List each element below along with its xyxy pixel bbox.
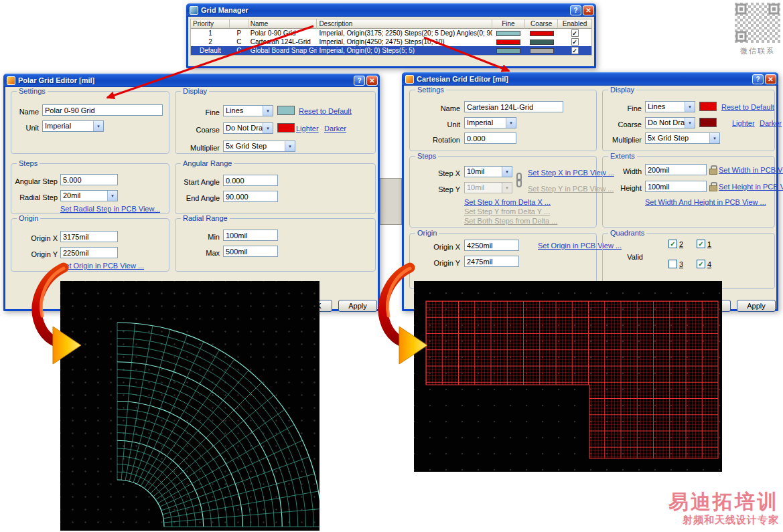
name-input[interactable] (42, 104, 163, 116)
column-header-description[interactable]: Description (317, 19, 492, 29)
fine-select[interactable]: Lines (645, 101, 695, 112)
set-step-y-from-delta-link[interactable]: Set Step Y from Delta Y ... (464, 207, 550, 215)
lock-width-icon[interactable] (709, 165, 716, 174)
apply-button[interactable]: Apply (338, 300, 377, 312)
display-group-label: Display (608, 86, 636, 94)
chevron-down-icon[interactable] (685, 118, 695, 128)
darker-link[interactable]: Darker (760, 119, 782, 127)
chevron-down-icon[interactable] (285, 141, 295, 151)
grid-manager-titlebar[interactable]: Grid Manager ? ✕ (186, 3, 596, 17)
chevron-down-icon[interactable] (502, 167, 512, 177)
coarse-select[interactable]: Do Not Draw (645, 117, 695, 128)
set-width-height-link[interactable]: Set Width And Height in PCB View ... (645, 198, 766, 206)
origin-x-input[interactable] (60, 231, 118, 242)
column-header-coarse[interactable]: Coarse (525, 19, 558, 29)
width-input[interactable] (645, 164, 707, 175)
step-y-select[interactable]: 10mil (464, 182, 512, 193)
column-header-kind[interactable] (230, 19, 248, 29)
quadrant-1-checkbox[interactable]: ✓ (697, 240, 705, 248)
origin-y-input[interactable] (464, 256, 519, 267)
fine-color-swatch[interactable] (277, 106, 295, 115)
origin-y-input[interactable] (60, 247, 118, 258)
polar-grid-pcb-view (60, 281, 319, 531)
help-button[interactable]: ? (354, 76, 365, 86)
unit-select[interactable]: Imperial (464, 117, 516, 128)
enabled-checkbox[interactable]: ✓ (571, 38, 579, 46)
coarse-color-swatch[interactable] (530, 31, 554, 36)
column-header-priority[interactable]: Priority (191, 19, 230, 29)
column-header-enabled[interactable]: Enabled (558, 19, 591, 29)
origin-x-label: Origin X (412, 242, 460, 253)
name-label: Name (412, 103, 460, 114)
set-radial-step-link[interactable]: Set Radial Step in PCB View... (60, 205, 160, 213)
fine-color-swatch[interactable] (496, 39, 520, 45)
rotation-input[interactable] (464, 132, 516, 144)
coarse-color-swatch[interactable] (699, 118, 717, 127)
chevron-down-icon[interactable] (93, 121, 103, 131)
start-angle-input[interactable] (223, 175, 278, 186)
cell-enabled: ✓ (558, 29, 591, 37)
origin-x-input[interactable] (464, 240, 519, 251)
radial-step-select[interactable]: 20mil (60, 190, 118, 201)
min-input[interactable] (223, 230, 278, 241)
max-input[interactable] (223, 246, 278, 257)
height-input[interactable] (645, 181, 707, 192)
link-steps-chain-icon[interactable] (515, 166, 523, 194)
help-button[interactable]: ? (570, 5, 581, 15)
fine-color-swatch[interactable] (699, 102, 717, 111)
coarse-color-swatch[interactable] (277, 123, 295, 132)
chevron-down-icon[interactable] (685, 102, 695, 112)
set-height-link[interactable]: Set Height in PCB View ... (719, 183, 783, 191)
width-label: Width (605, 166, 642, 177)
column-header-fine[interactable]: Fine (492, 19, 526, 29)
quadrant-4-checkbox[interactable]: ✓ (697, 260, 705, 268)
multiplier-label: Multiplier (178, 143, 220, 154)
help-button[interactable]: ? (752, 74, 764, 84)
end-angle-input[interactable] (223, 191, 278, 202)
unit-select[interactable]: Imperial (42, 120, 104, 132)
close-button[interactable]: ✕ (366, 76, 378, 86)
angular-step-input[interactable] (60, 174, 118, 185)
coarse-color-swatch[interactable] (530, 39, 554, 45)
step-x-select[interactable]: 10mil (464, 166, 512, 177)
coarse-select[interactable]: Do Not Draw (223, 122, 273, 134)
chevron-down-icon[interactable] (263, 123, 273, 133)
enabled-checkbox[interactable]: ✓ (571, 47, 579, 54)
fine-select[interactable]: Lines (223, 105, 273, 116)
close-button[interactable]: ✕ (583, 5, 594, 15)
multiplier-select[interactable]: 5x Grid Step (645, 132, 720, 144)
column-header-name[interactable]: Name (248, 19, 317, 29)
polar-editor-titlebar[interactable]: Polar Grid Editor [mil] ? ✕ (3, 74, 380, 87)
quadrant-3-checkbox[interactable] (668, 260, 677, 268)
grid-row-polar[interactable]: 1 P Polar 0-90 Grid Imperial, Origin(317… (191, 29, 591, 37)
set-origin-link[interactable]: Set Origin in PCB View ... (60, 262, 144, 270)
grid-row-default[interactable]: Default C Global Board Snap Grid Imperia… (191, 46, 591, 55)
set-step-y-link[interactable]: Set Step Y in PCB View ... (528, 185, 614, 193)
set-width-link[interactable]: Set Width in PCB View ... (719, 166, 783, 174)
name-input[interactable] (464, 101, 563, 112)
set-step-x-from-delta-link[interactable]: Set Step X from Delta X ... (464, 198, 551, 206)
close-button[interactable]: ✕ (765, 74, 776, 84)
enabled-checkbox[interactable]: ✓ (571, 29, 579, 37)
lighter-link[interactable]: Lighter (296, 124, 319, 132)
multiplier-select[interactable]: 5x Grid Step (223, 141, 295, 152)
grid-row-cartesian[interactable]: 2 C Cartesian 124L-Grid Imperial, Origin… (191, 37, 591, 46)
chevron-down-icon[interactable] (263, 106, 273, 116)
chevron-down-icon[interactable] (502, 183, 512, 193)
coarse-color-swatch[interactable] (530, 48, 554, 54)
fine-color-swatch[interactable] (496, 48, 520, 54)
set-both-steps-from-delta-link[interactable]: Set Both Steps from Delta ... (464, 217, 557, 225)
quadrant-2-checkbox[interactable]: ✓ (668, 240, 677, 248)
fine-color-swatch[interactable] (496, 31, 520, 36)
darker-link[interactable]: Darker (324, 124, 346, 132)
lock-height-icon[interactable] (709, 182, 716, 191)
set-step-x-link[interactable]: Set Step X in PCB View ... (528, 169, 614, 177)
chevron-down-icon[interactable] (506, 118, 516, 128)
apply-button[interactable]: Apply (737, 300, 776, 312)
chevron-down-icon[interactable] (107, 191, 117, 201)
chevron-down-icon[interactable] (709, 133, 719, 143)
reset-default-link[interactable]: Reset to Default (721, 103, 774, 111)
lighter-link[interactable]: Lighter (732, 119, 755, 127)
cartesian-editor-titlebar[interactable]: Cartesian Grid Editor [mil] ? ✕ (402, 72, 778, 86)
reset-default-link[interactable]: Reset to Default (299, 107, 352, 115)
